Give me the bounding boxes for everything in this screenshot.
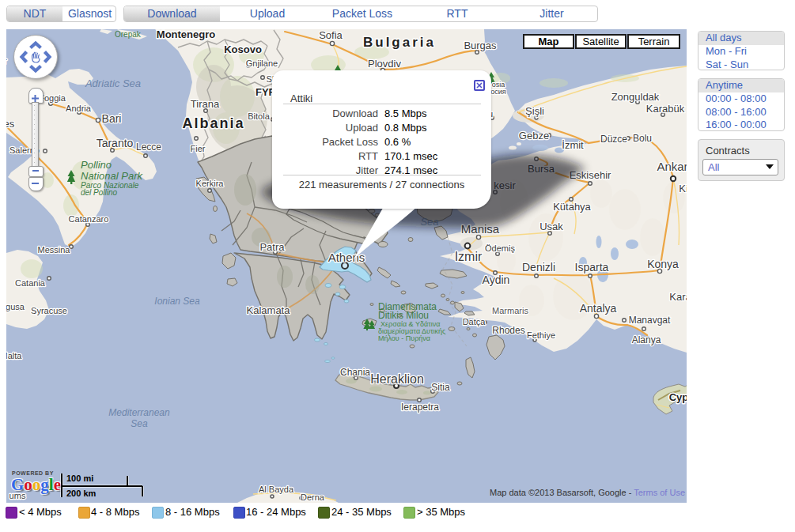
svg-text:Al Bayda: Al Bayda [259,485,294,494]
svg-text:Kalamata: Kalamata [247,304,291,316]
svg-text:Denizli: Denizli [522,261,555,274]
svg-text:Catania: Catania [15,278,46,288]
svg-text:Syracuse: Syracuse [31,306,67,315]
svg-text:Usak: Usak [539,221,563,232]
svg-text:Sea: Sea [131,418,148,429]
svg-text:Patra: Patra [259,241,285,253]
svg-text:Ierapetra: Ierapetra [401,402,439,413]
svg-text:Zonguldak: Zonguldak [611,91,660,103]
svg-text:Taranto: Taranto [97,137,134,149]
svg-text:Gnjilane: Gnjilane [246,58,278,68]
svg-text:Marmaris: Marmaris [492,306,528,315]
svg-text:Isparta: Isparta [575,261,609,274]
svg-text:Aydin: Aydin [483,274,510,286]
svg-text:Kara: Kara [669,291,687,303]
svg-text:Albania: Albania [182,115,244,131]
svg-text:Ionian Sea: Ionian Sea [154,296,200,307]
svg-text:Ankar: Ankar [657,160,687,173]
svg-text:Ki: Ki [679,183,687,194]
svg-text:Cyp: Cyp [669,391,687,403]
svg-text:Chania: Chania [340,367,370,378]
svg-text:Montenegro: Montenegro [157,29,215,40]
svg-text:Bulgaria: Bulgaria [363,35,436,50]
svg-text:Malta: Malta [6,351,22,360]
svg-text:Pollino: Pollino [81,159,112,171]
svg-text:Catanzaro: Catanzaro [69,214,109,224]
svg-text:Heraklion: Heraklion [370,372,424,386]
svg-text:Fethiye: Fethiye [527,330,555,340]
svg-text:Manavgat: Manavgat [629,315,671,326]
svg-text:Mediterranean: Mediterranean [108,407,170,418]
svg-text:осия: осия [490,88,506,96]
svg-text:Izmir: Izmir [455,250,483,263]
svg-text:Kerkira: Kerkira [196,179,225,188]
svg-text:Düzce: Düzce [600,134,627,145]
svg-text:National Park: National Park [81,170,144,182]
svg-text:Μήλου - Πυρήνα: Μήλου - Πυρήνα [378,334,430,342]
svg-text:İzmit: İzmit [562,139,584,151]
svg-text:Adriatic Sea: Adriatic Sea [85,77,141,89]
svg-text:Fier: Fier [191,144,206,153]
svg-text:Burgas: Burgas [464,40,497,51]
svg-text:les: les [6,118,15,130]
svg-text:Konya: Konya [647,258,679,270]
svg-text:Tirana: Tirana [191,98,220,110]
svg-text:Ragusa: Ragusa [6,302,25,311]
svg-text:Ödemiş: Ödemiş [485,243,515,253]
svg-text:Datça: Datça [463,317,486,326]
svg-text:Plovdiv: Plovdiv [368,58,401,70]
svg-text:del Pollino: del Pollino [81,188,118,197]
svg-text:Alanya: Alanya [632,334,661,345]
svg-text:Kütahya: Kütahya [553,201,591,213]
svg-text:Şişli: Şişli [525,105,544,117]
svg-text:Andria: Andria [66,104,92,113]
svg-text:Bari: Bari [102,112,122,125]
svg-text:Ditikis Milou: Ditikis Milou [378,310,429,321]
svg-text:Derna: Derna [301,492,325,502]
svg-text:Lecce: Lecce [136,141,161,153]
svg-text:Bolu: Bolu [633,133,652,144]
svg-text:Kosovo: Kosovo [224,43,262,55]
svg-text:Orepak: Orepak [115,30,142,39]
svg-text:Sitia: Sitia [431,382,450,393]
svg-text:Karabük: Karabük [646,103,685,115]
svg-text:Rhodes: Rhodes [492,325,524,336]
svg-text:Messina: Messina [38,245,71,255]
svg-text:Gebze: Gebze [519,130,549,141]
svg-text:Antalya: Antalya [580,302,617,315]
svg-text:Sofia: Sofia [319,29,343,41]
svg-text:Bitola: Bitola [248,111,270,121]
